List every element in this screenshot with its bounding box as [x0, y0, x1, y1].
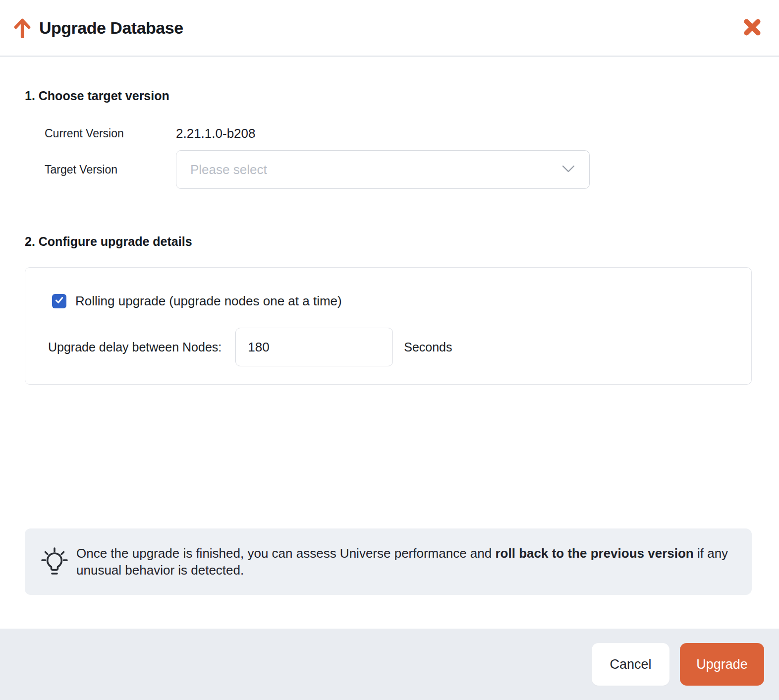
lightbulb-icon [38, 542, 71, 581]
modal-footer: Cancel Upgrade [0, 629, 779, 700]
modal-header: Upgrade Database [0, 0, 779, 57]
modal-body: 1. Choose target version Current Version… [0, 89, 779, 595]
current-version-value: 2.21.1.0-b208 [176, 126, 255, 141]
rolling-upgrade-row: Rolling upgrade (upgrade nodes one at a … [52, 293, 729, 309]
chevron-down-icon [561, 165, 575, 175]
section-heading-configure: 2. Configure upgrade details [25, 234, 754, 249]
rolling-upgrade-label[interactable]: Rolling upgrade (upgrade nodes one at a … [75, 293, 342, 309]
upgrade-delay-unit: Seconds [404, 340, 452, 354]
rolling-upgrade-checkbox[interactable] [52, 294, 66, 308]
target-version-row: Target Version Please select [25, 150, 754, 189]
note-text-bold: roll back to the previous version [495, 546, 693, 561]
upgrade-delay-label: Upgrade delay between Nodes: [48, 340, 222, 354]
upgrade-database-modal: Upgrade Database 1. Choose target versio… [0, 0, 779, 595]
target-version-select[interactable]: Please select [176, 150, 590, 189]
upgrade-delay-row: Upgrade delay between Nodes: Seconds [48, 328, 729, 366]
target-version-label: Target Version [45, 163, 176, 176]
current-version-row: Current Version 2.21.1.0-b208 [25, 126, 754, 141]
target-version-placeholder: Please select [190, 162, 561, 177]
upgrade-config-card: Rolling upgrade (upgrade nodes one at a … [25, 267, 752, 385]
current-version-label: Current Version [45, 127, 176, 140]
info-note-text: Once the upgrade is finished, you can as… [76, 545, 737, 579]
section-heading-choose-version: 1. Choose target version [25, 89, 754, 103]
checkmark-icon [54, 295, 64, 307]
modal-title: Upgrade Database [39, 18, 183, 38]
upgrade-arrow-icon [12, 17, 32, 39]
info-note: Once the upgrade is finished, you can as… [25, 528, 752, 595]
close-icon [742, 17, 763, 39]
note-text-before: Once the upgrade is finished, you can as… [76, 546, 495, 561]
upgrade-delay-input[interactable] [235, 328, 393, 366]
cancel-button[interactable]: Cancel [592, 643, 669, 686]
upgrade-button[interactable]: Upgrade [680, 643, 764, 686]
close-button[interactable] [740, 16, 764, 40]
